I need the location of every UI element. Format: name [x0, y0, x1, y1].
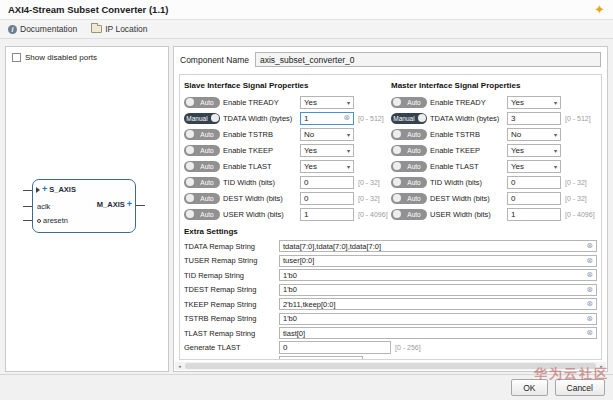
prop-label: TDATA Width (bytes) — [223, 114, 297, 123]
slave-tid-width-input[interactable]: 0 — [300, 176, 354, 189]
slave-enable-tkeep-select[interactable]: Yes▾ — [300, 144, 354, 157]
cancel-button[interactable]: Cancel — [555, 379, 605, 396]
slave-tdata-manual-toggle[interactable]: Manual — [184, 113, 220, 124]
prop-label: DEST Width (bits) — [430, 194, 504, 203]
master-tid-auto-toggle[interactable]: Auto — [391, 177, 427, 188]
clear-icon[interactable]: ⊗ — [586, 286, 593, 294]
slave-tdata-width-input[interactable]: 1⊗ — [300, 112, 354, 125]
horizontal-scrollbar[interactable]: ◂ ▸ — [175, 362, 606, 370]
ip-symbol-panel: Show disabled ports + S_AXIS aclk areset… — [5, 46, 169, 372]
chevron-down-icon: ▾ — [554, 147, 557, 154]
port-s-axis[interactable]: + S_AXIS — [36, 185, 76, 194]
tuser-remap-row: TUSER Remap Stringtuser[0:0]⊗ — [184, 254, 597, 269]
prop-label: Enable TREADY — [430, 98, 504, 107]
master-tdata-width-row: ManualTDATA Width (bytes)3[0 - 512] — [391, 110, 598, 126]
tdata-remap-input[interactable]: tdata[7:0],tdata[7:0],tdata[7:0]⊗ — [279, 240, 597, 252]
chevron-down-icon: ▾ — [356, 359, 359, 360]
port-label: M_AXIS — [97, 200, 125, 209]
scroll-left-icon[interactable]: ◂ — [175, 363, 184, 369]
master-tdata-manual-toggle[interactable]: Manual — [391, 113, 427, 124]
slave-user-width-input[interactable]: 1 — [300, 208, 354, 221]
master-user-width-row: AutoUSER Width (bits)1[0 - 4096] — [391, 206, 598, 222]
master-user-auto-toggle[interactable]: Auto — [391, 209, 427, 220]
slave-tlast-auto-toggle[interactable]: Auto — [184, 161, 220, 172]
toggle-knob — [186, 178, 194, 186]
tlast-remap-input[interactable]: tlast[0]⊗ — [279, 327, 597, 339]
info-icon: i — [8, 25, 17, 34]
master-enable-tstrb-select[interactable]: No▾ — [507, 128, 561, 141]
master-tstrb-auto-toggle[interactable]: Auto — [391, 129, 427, 140]
tuser-remap-input[interactable]: tuser[0:0]⊗ — [279, 255, 597, 267]
toggle-knob — [393, 98, 401, 106]
expand-s-axis-icon[interactable]: + — [42, 185, 47, 194]
clear-icon[interactable]: ⊗ — [343, 114, 350, 122]
slave-dest-width-input[interactable]: 0 — [300, 192, 354, 205]
master-dest-width-input[interactable]: 0 — [507, 192, 561, 205]
documentation-button[interactable]: i Documentation — [8, 24, 77, 34]
chevron-down-icon: ▾ — [554, 131, 557, 138]
chevron-down-icon: ▾ — [554, 99, 557, 106]
tdata-remap-row: TDATA Remap Stringtdata[7:0],tdata[7:0],… — [184, 239, 597, 254]
range-hint: [0 - 256] — [395, 344, 421, 351]
clear-icon[interactable]: ⊗ — [586, 300, 593, 308]
slave-tready-auto-toggle[interactable]: Auto — [184, 97, 220, 108]
slave-enable-tlast-select[interactable]: Yes▾ — [300, 160, 354, 173]
tdest-remap-input[interactable]: 1'b0⊗ — [279, 284, 597, 296]
chevron-down-icon: ▾ — [347, 163, 350, 170]
slave-dest-auto-toggle[interactable]: Auto — [184, 193, 220, 204]
ip-location-button[interactable]: IP Location — [91, 24, 147, 34]
tid-remap-row: TID Remap String1'b0⊗ — [184, 268, 597, 283]
master-dest-width-row: AutoDEST Width (bits)0[0 - 32] — [391, 190, 598, 206]
master-enable-tready-select[interactable]: Yes▾ — [507, 96, 561, 109]
slave-tstrb-auto-toggle[interactable]: Auto — [184, 129, 220, 140]
prop-label: Enable TSTRB — [430, 130, 504, 139]
slave-properties-column: Slave Interface Signal Properties AutoEn… — [184, 79, 391, 222]
range-hint: [0 - 4096] — [565, 211, 595, 218]
expand-m-axis-icon[interactable]: + — [127, 200, 132, 209]
master-tid-width-input[interactable]: 0 — [507, 176, 561, 189]
slave-tdata-width-row: ManualTDATA Width (bytes)1⊗[0 - 512] — [184, 110, 391, 126]
component-name-input[interactable]: axis_subset_converter_0 — [255, 52, 601, 67]
ip-block-diagram: + S_AXIS aclk aresetn M_AXIS + — [32, 179, 136, 233]
master-enable-tkeep-select[interactable]: Yes▾ — [507, 144, 561, 157]
port-aresetn[interactable]: aresetn — [37, 216, 68, 225]
prop-label: DEST Width (bits) — [223, 194, 297, 203]
master-tdata-width-input[interactable]: 3 — [507, 112, 561, 125]
master-tkeep-auto-toggle[interactable]: Auto — [391, 145, 427, 156]
enable-aclken-row: Enable ACLKENNo▾ — [184, 355, 597, 360]
toggle-knob — [393, 210, 401, 218]
range-hint: [0 - 512] — [358, 115, 384, 122]
show-disabled-ports-checkbox[interactable] — [12, 53, 21, 62]
prop-label: TDATA Width (bytes) — [430, 114, 504, 123]
toggle-knob — [186, 162, 194, 170]
port-aclk[interactable]: aclk — [37, 202, 50, 211]
tstrb-remap-input[interactable]: 1'b0⊗ — [279, 313, 597, 325]
slave-tid-auto-toggle[interactable]: Auto — [184, 177, 220, 188]
clear-icon[interactable]: ⊗ — [586, 271, 593, 279]
enable-aclken-select[interactable]: No▾ — [279, 356, 363, 360]
slave-user-auto-toggle[interactable]: Auto — [184, 209, 220, 220]
component-name-label: Component Name — [180, 55, 249, 65]
port-m-axis[interactable]: M_AXIS + — [97, 200, 132, 209]
master-tready-auto-toggle[interactable]: Auto — [391, 97, 427, 108]
master-enable-tready-row: AutoEnable TREADYYes▾ — [391, 94, 598, 110]
tkeep-remap-input[interactable]: 2'b11,tkeep[0:0]⊗ — [279, 298, 597, 310]
generate-tlast-input[interactable]: 0 — [279, 341, 391, 354]
ok-button[interactable]: OK — [511, 379, 547, 396]
master-user-width-input[interactable]: 1 — [507, 208, 561, 221]
scrollbar-thumb[interactable] — [185, 363, 596, 369]
clear-icon[interactable]: ⊗ — [586, 242, 593, 250]
clear-icon[interactable]: ⊗ — [586, 257, 593, 265]
slave-enable-tready-select[interactable]: Yes▾ — [300, 96, 354, 109]
clear-icon[interactable]: ⊗ — [586, 329, 593, 337]
slave-enable-tstrb-select[interactable]: No▾ — [300, 128, 354, 141]
dialog-footer: OK Cancel — [0, 374, 613, 400]
scroll-right-icon[interactable]: ▸ — [597, 363, 606, 369]
clear-icon[interactable]: ⊗ — [586, 315, 593, 323]
tid-remap-input[interactable]: 1'b0⊗ — [279, 269, 597, 281]
master-tlast-auto-toggle[interactable]: Auto — [391, 161, 427, 172]
master-dest-auto-toggle[interactable]: Auto — [391, 193, 427, 204]
prop-label: Enable TKEEP — [223, 146, 297, 155]
slave-tkeep-auto-toggle[interactable]: Auto — [184, 145, 220, 156]
master-enable-tlast-select[interactable]: Yes▾ — [507, 160, 561, 173]
